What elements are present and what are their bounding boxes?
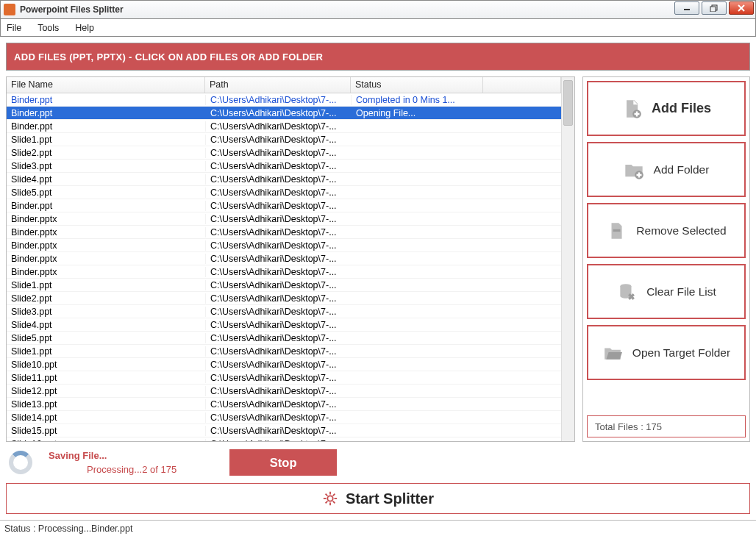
menu-help[interactable]: Help bbox=[75, 23, 94, 33]
table-row[interactable]: Slide4.pptC:\Users\Adhikari\Desktop\7-..… bbox=[7, 173, 561, 186]
table-row[interactable]: Slide2.pptC:\Users\Adhikari\Desktop\7-..… bbox=[7, 292, 561, 305]
svg-rect-7 bbox=[613, 229, 621, 231]
table-row[interactable]: Slide16.pptC:\Users\Adhikari\Desktop\7-.… bbox=[7, 437, 561, 441]
table-row[interactable]: Slide14.pptC:\Users\Adhikari\Desktop\7-.… bbox=[7, 411, 561, 424]
title-bar: Powerpoint Files Splitter bbox=[0, 0, 756, 19]
table-row[interactable]: Binder.pptC:\Users\Adhikari\Desktop\7-..… bbox=[7, 107, 561, 120]
table-row[interactable]: Slide1.pptC:\Users\Adhikari\Desktop\7-..… bbox=[7, 133, 561, 146]
column-header-status[interactable]: Status bbox=[351, 77, 483, 93]
cell-filename: Slide1.ppt bbox=[7, 135, 205, 145]
table-scrollbar[interactable] bbox=[561, 77, 574, 441]
table-row[interactable]: Binder.pptC:\Users\Adhikari\Desktop\7-..… bbox=[7, 120, 561, 133]
table-row[interactable]: Binder.pptxC:\Users\Adhikari\Desktop\7-.… bbox=[7, 239, 561, 252]
table-row[interactable]: Slide10.pptC:\Users\Adhikari\Desktop\7-.… bbox=[7, 358, 561, 371]
open-folder-icon bbox=[602, 343, 623, 363]
column-header-spacer bbox=[483, 77, 561, 93]
progress-bar-area: Saving File... Processing...2 of 175 Sto… bbox=[6, 448, 750, 477]
add-files-label: Add Files bbox=[652, 101, 711, 116]
cell-path: C:\Users\Adhikari\Desktop\7-... bbox=[205, 386, 351, 396]
table-row[interactable]: Slide3.pptC:\Users\Adhikari\Desktop\7-..… bbox=[7, 160, 561, 173]
clear-list-label: Clear File List bbox=[646, 285, 716, 299]
table-row[interactable]: Binder.pptxC:\Users\Adhikari\Desktop\7-.… bbox=[7, 265, 561, 279]
cell-filename: Binder.pptx bbox=[7, 267, 205, 277]
table-row[interactable]: Slide4.pptC:\Users\Adhikari\Desktop\7-..… bbox=[7, 318, 561, 332]
menu-tools[interactable]: Tools bbox=[38, 23, 59, 33]
close-button[interactable] bbox=[729, 1, 754, 15]
cell-filename: Binder.ppt bbox=[7, 108, 205, 118]
table-row[interactable]: Slide1.pptC:\Users\Adhikari\Desktop\7-..… bbox=[7, 345, 561, 358]
cell-filename: Binder.pptx bbox=[7, 254, 205, 264]
table-row[interactable]: Binder.pptxC:\Users\Adhikari\Desktop\7-.… bbox=[7, 226, 561, 239]
cell-filename: Slide14.ppt bbox=[7, 412, 205, 423]
cell-filename: Slide13.ppt bbox=[7, 399, 205, 410]
cell-path: C:\Users\Adhikari\Desktop\7-... bbox=[205, 360, 351, 370]
side-panel: Add Files Add Folder Remove Selected Cle… bbox=[582, 76, 750, 442]
cell-status: Opening File... bbox=[351, 108, 483, 118]
cell-filename: Slide2.ppt bbox=[7, 293, 205, 304]
table-row[interactable]: Slide11.pptC:\Users\Adhikari\Desktop\7-.… bbox=[7, 371, 561, 385]
cell-path: C:\Users\Adhikari\Desktop\7-... bbox=[205, 214, 351, 224]
table-row[interactable]: Slide15.pptC:\Users\Adhikari\Desktop\7-.… bbox=[7, 424, 561, 437]
cell-path: C:\Users\Adhikari\Desktop\7-... bbox=[205, 320, 351, 330]
cell-filename: Slide16.ppt bbox=[7, 439, 205, 442]
table-row[interactable]: Slide12.pptC:\Users\Adhikari\Desktop\7-.… bbox=[7, 385, 561, 398]
table-row[interactable]: Binder.pptC:\Users\Adhikari\Desktop\7-..… bbox=[7, 93, 561, 107]
table-row[interactable]: Slide1.pptC:\Users\Adhikari\Desktop\7-..… bbox=[7, 279, 561, 292]
cell-filename: Slide2.ppt bbox=[7, 148, 205, 158]
cell-filename: Slide12.ppt bbox=[7, 386, 205, 396]
remove-selected-button[interactable]: Remove Selected bbox=[587, 203, 746, 258]
cell-filename: Slide1.ppt bbox=[7, 346, 205, 357]
add-files-button[interactable]: Add Files bbox=[587, 81, 746, 136]
cell-path: C:\Users\Adhikari\Desktop\7-... bbox=[205, 373, 351, 383]
scrollbar-thumb[interactable] bbox=[563, 80, 573, 126]
open-target-label: Open Target Folder bbox=[632, 346, 730, 360]
cell-filename: Slide4.ppt bbox=[7, 174, 205, 185]
add-folder-icon bbox=[624, 160, 644, 180]
processing-count-text: Processing...2 of 175 bbox=[87, 464, 176, 475]
cell-path: C:\Users\Adhikari\Desktop\7-... bbox=[205, 174, 351, 185]
column-header-filename[interactable]: File Name bbox=[7, 77, 205, 93]
close-icon bbox=[737, 4, 746, 12]
cell-filename: Slide5.ppt bbox=[7, 187, 205, 198]
cell-filename: Binder.ppt bbox=[7, 95, 205, 105]
table-row[interactable]: Binder.pptxC:\Users\Adhikari\Desktop\7-.… bbox=[7, 252, 561, 265]
clear-list-button[interactable]: Clear File List bbox=[587, 264, 746, 319]
cell-path: C:\Users\Adhikari\Desktop\7-... bbox=[205, 439, 351, 442]
saving-file-text: Saving File... bbox=[49, 450, 107, 461]
app-icon bbox=[4, 4, 15, 15]
table-row[interactable]: Binder.pptC:\Users\Adhikari\Desktop\7-..… bbox=[7, 199, 561, 212]
cell-path: C:\Users\Adhikari\Desktop\7-... bbox=[205, 121, 351, 132]
cell-path: C:\Users\Adhikari\Desktop\7-... bbox=[205, 135, 351, 145]
svg-point-9 bbox=[327, 496, 332, 501]
cell-path: C:\Users\Adhikari\Desktop\7-... bbox=[205, 333, 351, 343]
status-bar: Status : Processing...Binder.ppt bbox=[0, 520, 756, 536]
minimize-button[interactable] bbox=[674, 1, 699, 15]
cell-filename: Slide10.ppt bbox=[7, 360, 205, 370]
instruction-banner: ADD FILES (PPT, PPTX) - CLICK ON ADD FIL… bbox=[6, 43, 750, 71]
cell-path: C:\Users\Adhikari\Desktop\7-... bbox=[205, 108, 351, 118]
cell-path: C:\Users\Adhikari\Desktop\7-... bbox=[205, 227, 351, 237]
table-row[interactable]: Slide3.pptC:\Users\Adhikari\Desktop\7-..… bbox=[7, 305, 561, 318]
table-row[interactable]: Slide13.pptC:\Users\Adhikari\Desktop\7-.… bbox=[7, 398, 561, 411]
minimize-icon bbox=[682, 4, 691, 12]
table-row[interactable]: Slide2.pptC:\Users\Adhikari\Desktop\7-..… bbox=[7, 146, 561, 160]
cell-filename: Slide15.ppt bbox=[7, 426, 205, 436]
table-row[interactable]: Binder.pptxC:\Users\Adhikari\Desktop\7-.… bbox=[7, 212, 561, 226]
cell-path: C:\Users\Adhikari\Desktop\7-... bbox=[205, 399, 351, 410]
cell-path: C:\Users\Adhikari\Desktop\7-... bbox=[205, 293, 351, 304]
maximize-button[interactable] bbox=[702, 1, 727, 15]
cell-path: C:\Users\Adhikari\Desktop\7-... bbox=[205, 307, 351, 317]
total-files-label: Total Files : 175 bbox=[587, 415, 746, 437]
column-header-path[interactable]: Path bbox=[205, 77, 351, 93]
table-row[interactable]: Slide5.pptC:\Users\Adhikari\Desktop\7-..… bbox=[7, 186, 561, 199]
cell-path: C:\Users\Adhikari\Desktop\7-... bbox=[205, 201, 351, 211]
add-folder-button[interactable]: Add Folder bbox=[587, 142, 746, 197]
menu-file[interactable]: File bbox=[7, 23, 21, 33]
start-splitter-button[interactable]: Start Splitter bbox=[6, 483, 750, 514]
cell-path: C:\Users\Adhikari\Desktop\7-... bbox=[205, 254, 351, 264]
table-row[interactable]: Slide5.pptC:\Users\Adhikari\Desktop\7-..… bbox=[7, 332, 561, 345]
open-target-button[interactable]: Open Target Folder bbox=[587, 325, 746, 380]
svg-line-17 bbox=[326, 501, 328, 504]
cell-filename: Binder.pptx bbox=[7, 214, 205, 224]
stop-button[interactable]: Stop bbox=[229, 449, 337, 476]
